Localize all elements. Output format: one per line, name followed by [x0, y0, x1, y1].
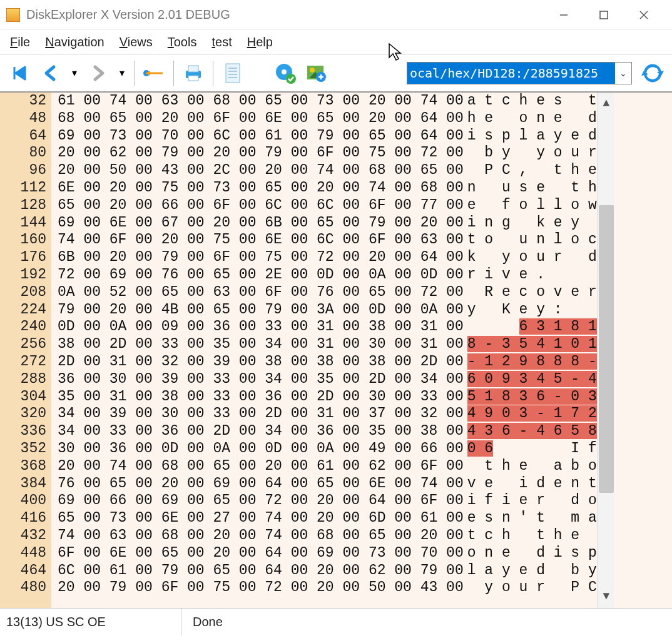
nav-forward-dropdown[interactable]: ▾	[115, 59, 129, 88]
ascii-row[interactable]: i s p l a y e d	[467, 128, 597, 145]
ascii-row[interactable]: 4 9 0 3 - 1 7 2	[467, 405, 597, 423]
scroll-down-icon[interactable]: ▼	[598, 588, 615, 605]
hex-row[interactable]: 38 00 2D 00 33 00 35 00 34 00 31 00 30 0…	[58, 336, 464, 353]
hex-row[interactable]: 6F 00 6E 00 65 00 20 00 64 00 69 00 73 0…	[58, 545, 464, 562]
ascii-panel[interactable]: a t c h e s th e o n e di s p l a y e d …	[464, 93, 597, 608]
hex-row[interactable]: 72 00 69 00 76 00 65 00 2E 00 0D 00 0A 0…	[58, 266, 464, 284]
offset-cell: 32	[0, 93, 46, 110]
hex-row[interactable]: 68 00 65 00 20 00 6F 00 6E 00 65 00 20 0…	[58, 110, 464, 128]
hex-row[interactable]: 0A 00 52 00 65 00 63 00 6F 00 76 00 65 0…	[58, 284, 464, 301]
hex-row[interactable]: 0D 00 0A 00 09 00 36 00 33 00 31 00 38 0…	[58, 318, 464, 336]
document-button[interactable]	[218, 59, 247, 88]
scroll-up-icon[interactable]: ▲	[598, 95, 615, 113]
image-add-button[interactable]	[302, 59, 331, 88]
ascii-row[interactable]: h e o n e d	[467, 110, 597, 128]
hex-row[interactable]: 6E 00 20 00 75 00 73 00 65 00 20 00 74 0…	[58, 180, 464, 197]
hex-row[interactable]: 61 00 74 00 63 00 68 00 65 00 73 00 20 0…	[58, 93, 464, 110]
menu-views[interactable]: Views	[120, 35, 153, 49]
ascii-row[interactable]: t c h t h e	[467, 527, 597, 545]
hex-row[interactable]: 74 00 6F 00 20 00 75 00 6E 00 6C 00 6F 0…	[58, 231, 464, 249]
hex-row[interactable]: 79 00 20 00 4B 00 65 00 79 00 3A 00 0D 0…	[58, 301, 464, 319]
goto-button[interactable]	[140, 59, 168, 88]
ascii-row[interactable]: b y y o u r	[467, 144, 597, 162]
ascii-row[interactable]: r i v e .	[467, 266, 597, 284]
hex-row[interactable]: 36 00 30 00 39 00 33 00 34 00 35 00 2D 0…	[58, 371, 464, 388]
scroll-thumb[interactable]	[599, 205, 614, 493]
menu-navigation[interactable]: Navigation	[45, 35, 104, 49]
nav-forward-button[interactable]	[84, 59, 113, 88]
offset-cell: 384	[0, 475, 46, 493]
vertical-scrollbar[interactable]: ▲ ▼	[597, 93, 614, 608]
ascii-row[interactable]: - 1 2 9 8 8 8 -	[467, 353, 597, 371]
reload-button[interactable]	[638, 59, 667, 88]
nav-back-dropdown[interactable]: ▾	[68, 59, 81, 88]
path-input[interactable]: ocal/hex/HD128:/288591825	[407, 63, 615, 84]
ascii-row[interactable]: t h e a b o	[467, 458, 597, 475]
path-dropdown-icon[interactable]: ⌄	[615, 68, 631, 78]
hex-row[interactable]: 65 00 20 00 66 00 6F 00 6C 00 6C 00 6F 0…	[58, 197, 464, 215]
hex-row[interactable]: 6B 00 20 00 79 00 6F 00 75 00 72 00 20 0…	[58, 249, 464, 266]
ascii-row[interactable]: P C , t h e	[467, 162, 597, 180]
offset-cell: 96	[0, 162, 46, 180]
hex-row[interactable]: 65 00 73 00 6E 00 27 00 74 00 20 00 6D 0…	[58, 510, 464, 527]
ascii-row[interactable]: l a y e d b y	[467, 562, 597, 580]
hex-row[interactable]: 35 00 31 00 38 00 33 00 36 00 2D 00 30 0…	[58, 388, 464, 406]
offset-cell: 272	[0, 353, 46, 371]
hex-row[interactable]: 6C 00 61 00 79 00 65 00 64 00 20 00 62 0…	[58, 562, 464, 580]
hex-row[interactable]: 30 00 36 00 0D 00 0A 00 0D 00 0A 00 49 0…	[58, 440, 464, 458]
hex-row[interactable]: 69 00 6E 00 67 00 20 00 6B 00 65 00 79 0…	[58, 215, 464, 232]
ascii-row[interactable]: 4 3 6 - 4 6 5 8	[467, 423, 597, 440]
ascii-row[interactable]: a t c h e s t	[467, 93, 597, 110]
ascii-row[interactable]: 6 3 1 8 1	[467, 318, 597, 336]
print-button[interactable]	[179, 59, 208, 88]
menu-help[interactable]: Help	[247, 35, 273, 49]
offset-cell: 256	[0, 336, 46, 353]
ascii-row[interactable]: n u s e t h	[467, 180, 597, 197]
minimize-button[interactable]	[553, 4, 574, 26]
hex-row[interactable]: 20 00 79 00 6F 00 75 00 72 00 20 00 50 0…	[58, 579, 464, 597]
offset-cell: 240	[0, 318, 46, 336]
hex-row[interactable]: 69 00 73 00 70 00 6C 00 61 00 79 00 65 0…	[58, 128, 464, 145]
ascii-row[interactable]: 0 6 I f	[467, 440, 597, 458]
ascii-row[interactable]: y K e y :	[467, 301, 597, 319]
hex-row[interactable]: 20 00 50 00 43 00 2C 00 20 00 74 00 68 0…	[58, 162, 464, 180]
hex-row[interactable]: 2D 00 31 00 32 00 39 00 38 00 38 00 38 0…	[58, 353, 464, 371]
ascii-row[interactable]: y o u r P C	[467, 579, 597, 597]
ascii-row[interactable]: v e i d e n t	[467, 475, 597, 493]
disk-check-button[interactable]	[271, 59, 300, 88]
offset-cell: 400	[0, 492, 46, 510]
path-combo[interactable]: ocal/hex/HD128:/288591825 ⌄	[407, 62, 632, 84]
hex-row[interactable]: 74 00 63 00 68 00 20 00 74 00 68 00 65 0…	[58, 527, 464, 545]
ascii-row[interactable]: 8 - 3 5 4 1 0 1	[467, 336, 597, 353]
offset-cell: 464	[0, 562, 46, 580]
hex-row[interactable]: 20 00 62 00 79 00 20 00 79 00 6F 00 75 0…	[58, 144, 464, 162]
hex-row[interactable]: 20 00 74 00 68 00 65 00 20 00 61 00 62 0…	[58, 458, 464, 475]
ascii-row[interactable]: e f o l l o w	[467, 197, 597, 215]
hex-row[interactable]: 69 00 66 00 69 00 65 00 72 00 20 00 64 0…	[58, 492, 464, 510]
maximize-button[interactable]	[593, 4, 614, 26]
ascii-row[interactable]: 5 1 8 3 6 - 0 3	[467, 388, 597, 406]
offset-cell: 208	[0, 284, 46, 301]
ascii-row[interactable]: 6 0 9 3 4 5 - 4	[467, 371, 597, 388]
menu-file[interactable]: File	[10, 35, 30, 49]
close-button[interactable]	[633, 4, 654, 26]
hex-row[interactable]: 76 00 65 00 20 00 69 00 64 00 65 00 6E 0…	[58, 475, 464, 493]
ascii-row[interactable]: k y o u r d	[467, 249, 597, 266]
ascii-row[interactable]: i n g k e y	[467, 215, 597, 232]
ascii-row[interactable]: i f i e r d o	[467, 492, 597, 510]
hex-row[interactable]: 34 00 39 00 30 00 33 00 2D 00 31 00 37 0…	[58, 405, 464, 423]
ascii-row[interactable]: t o u n l o c	[467, 231, 597, 249]
nav-first-button[interactable]	[5, 59, 34, 88]
ascii-row[interactable]: o n e d i s p	[467, 545, 597, 562]
ascii-row[interactable]: e s n ' t m a	[467, 510, 597, 527]
menu-tools[interactable]: Tools	[168, 35, 197, 49]
toolbar-separator	[173, 61, 174, 86]
hex-row[interactable]: 34 00 33 00 36 00 2D 00 34 00 36 00 35 0…	[58, 423, 464, 440]
offset-cell: 304	[0, 388, 46, 406]
menu-test[interactable]: test	[211, 35, 232, 49]
hex-bytes-panel[interactable]: 61 00 74 00 63 00 68 00 65 00 73 00 20 0…	[51, 93, 464, 608]
toolbar-separator	[213, 61, 213, 86]
nav-back-button[interactable]	[36, 59, 65, 88]
ascii-row[interactable]: R e c o v e r	[467, 284, 597, 301]
offset-cell: 416	[0, 510, 46, 527]
